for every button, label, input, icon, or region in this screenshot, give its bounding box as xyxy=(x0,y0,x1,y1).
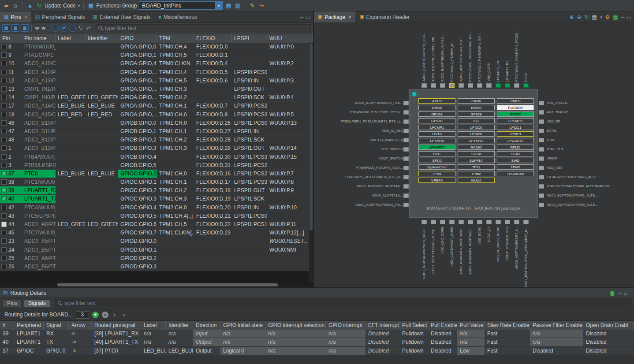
pin-stub[interactable] xyxy=(403,184,409,189)
pins-table-row[interactable]: 47ADC0_B11/P...GPIOB:GPIO,1TPM1:CH,1FLEX… xyxy=(0,127,313,136)
wave-icon-1[interactable]: W xyxy=(34,26,40,30)
pin-stub[interactable] xyxy=(539,203,544,207)
routing-column-pull-enable[interactable]: Pull Enable xyxy=(428,321,457,330)
pins-table-row[interactable]: 10ADC0_A10/C...GPIOA:GPIO,4TPM0:CLKINFLE… xyxy=(0,59,313,68)
tab-pins-close-icon[interactable]: × xyxy=(24,14,27,20)
pins-table-row[interactable]: ✓39LPUART1_RXGPIOC:GPIO,2TPM1:CH,2FLEXIO… xyxy=(0,186,313,195)
pin-stub[interactable] xyxy=(523,220,529,224)
routing-table-row[interactable]: 37GPIOCGPIO, 0->[37] PTC0LED_BLUELED_BLU… xyxy=(0,347,634,355)
peripheral-block-spc0[interactable]: SPC0 xyxy=(418,158,455,163)
tab-pins[interactable]: ▦ Pins × xyxy=(0,11,31,22)
tab-package-close-icon[interactable]: × xyxy=(348,14,351,20)
pin-checkbox[interactable] xyxy=(1,179,7,185)
column-header-wuu[interactable]: WUU xyxy=(267,33,313,43)
pin-stub[interactable] xyxy=(486,220,492,224)
route-in-icon[interactable]: → xyxy=(52,25,59,32)
peripheral-block-lptmr1[interactable]: LPTMR1 xyxy=(458,138,495,143)
pins-table-row[interactable]: 45PTC7/WUU0_...GPIOC:GPIO,7TPM1:CLKIN[..… xyxy=(0,229,313,237)
routing-minimize-icon[interactable]: ─ xyxy=(618,290,622,296)
pin-stub[interactable] xyxy=(477,83,482,88)
hscroll-thumb[interactable] xyxy=(57,283,278,286)
pin-stub[interactable] xyxy=(403,129,409,133)
pins-table-row[interactable]: 46ADC0_B10/P...GPIOB:GPIO,0TPM1:CH,0FLEX… xyxy=(0,119,313,127)
routing-maximize-icon[interactable]: □ xyxy=(624,290,627,296)
peripheral-block-dma0[interactable]: DMA0 xyxy=(418,105,455,110)
routing-column-pull-select[interactable]: Pull Select xyxy=(399,321,428,330)
combo-dropdown-icon[interactable]: ▾ xyxy=(215,2,222,9)
pin-stub[interactable] xyxy=(496,83,501,88)
pins-table-row[interactable]: 13CMP1_IN1/P...GPIOA:GPIO,...TPM0:CH,3LP… xyxy=(0,85,313,93)
pin-stub[interactable] xyxy=(403,175,409,179)
zoom-in-icon[interactable]: ⊕ xyxy=(569,14,574,20)
pin-checkbox[interactable] xyxy=(1,163,7,168)
peripheral-block-flexio0[interactable]: FLEXIO0 xyxy=(497,105,534,110)
peripheral-block-trgmux0[interactable]: TRGMUX0 xyxy=(497,171,534,176)
routing-column-eft-interrupt[interactable]: EFT interrupt xyxy=(365,321,399,330)
routing-table-row[interactable]: 39LPUART1RX<-[39] LPUART1_RXn/an/aInputn… xyxy=(0,330,634,338)
settings-gear-icon[interactable]: ⚙ xyxy=(605,14,610,20)
peripheral-block-i3c[interactable]: I3C xyxy=(458,118,495,123)
peripheral-block-lpit0[interactable]: LPIT0 xyxy=(418,131,455,137)
column-header-tpm[interactable]: TPM xyxy=(157,33,194,43)
group-list-icon[interactable]: ▥ xyxy=(234,2,241,9)
pin-stub[interactable] xyxy=(486,83,492,88)
pin-stub[interactable] xyxy=(403,156,409,161)
pin-checkbox[interactable] xyxy=(1,247,7,253)
peripheral-block-supply[interactable]: SUPPLY xyxy=(458,158,495,163)
add-route-icon[interactable]: + xyxy=(92,312,99,318)
routing-column-gpio-interrupt[interactable]: GPIO interrupt xyxy=(326,321,365,330)
peripheral-block-gpioc[interactable]: GPIOC xyxy=(497,111,534,117)
zoom-out-icon[interactable]: ⊖ xyxy=(577,14,581,20)
routing-column-identifier[interactable]: Identifier xyxy=(166,321,193,330)
tab-expansion-header[interactable]: ▣ Expansion Header xyxy=(355,11,414,22)
column-header-gpio[interactable]: GPIO xyxy=(118,33,157,43)
peripheral-block-systemcont[interactable]: SystemCont xyxy=(418,164,455,170)
pin-stub[interactable] xyxy=(403,203,409,207)
peripheral-block-lpspi1[interactable]: LPSPI1 xyxy=(497,131,534,137)
routing-column-routed-pin-signal[interactable]: Routed pin/signal xyxy=(92,321,141,330)
routing-tab-signals[interactable]: Signals xyxy=(24,299,50,307)
pin-checkbox[interactable] xyxy=(1,120,7,126)
pins-table-row[interactable]: 23ADC0_A5/PT...GPIOD:GPIO,0WUU0:RESET... xyxy=(0,237,313,245)
pin-checkbox[interactable] xyxy=(1,222,7,227)
export-dropdown-icon[interactable]: ▾ xyxy=(600,15,602,19)
tab-package[interactable]: ▣ Package × xyxy=(314,11,355,22)
lightning-icon[interactable]: ϟ xyxy=(77,25,83,31)
pin-checkbox[interactable] xyxy=(1,205,7,210)
peripheral-block-lpuart0[interactable]: LPUART0 xyxy=(497,138,534,143)
routing-table-row[interactable]: 40LPUART1TX->[40] LPUART1_TXn/an/aOutput… xyxy=(0,338,634,346)
routing-filter-input[interactable] xyxy=(64,300,629,306)
pin-checkbox[interactable] xyxy=(1,78,7,83)
pin-stub[interactable] xyxy=(523,83,529,88)
peripheral-block-scg0[interactable]: SCG0 xyxy=(458,151,495,156)
vscroll-thumb[interactable] xyxy=(310,44,313,230)
routing-grid-icon[interactable]: ▣ xyxy=(610,290,615,296)
peripheral-block-radio[interactable]: RADIO xyxy=(458,145,495,150)
peripheral-block-tpm1[interactable]: TPM1 xyxy=(418,171,455,176)
pin-checkbox[interactable] xyxy=(1,238,7,244)
peripheral-block-vref0[interactable]: VREF0 xyxy=(418,178,455,183)
pin-checkbox[interactable] xyxy=(1,95,7,100)
pin-checkbox[interactable]: ✓ xyxy=(1,171,7,176)
peripheral-block-swd[interactable]: SWD xyxy=(497,158,534,163)
functional-group-select[interactable]: BOARD_InitPins ▾ xyxy=(139,1,223,10)
peripheral-block-rtc[interactable]: RTC xyxy=(418,151,455,156)
pin-checkbox[interactable] xyxy=(1,213,7,219)
pin-stub[interactable] xyxy=(539,129,544,133)
package-maximize-icon[interactable]: □ xyxy=(627,15,630,20)
pins-table-row[interactable]: 48ADC0_B12/P...GPIOB:GPIO,2TPM1:CH,2FLEX… xyxy=(0,136,313,144)
column-header-pin[interactable]: Pin xyxy=(0,33,22,43)
pins-filter-input[interactable] xyxy=(105,25,308,31)
route-both-icon[interactable]: ⇄ xyxy=(60,25,67,32)
routing-column-arrow[interactable]: Arrow xyxy=(69,321,92,330)
routing-tab-pins[interactable]: Pins xyxy=(3,299,22,307)
routing-column-gpio-initial-state[interactable]: GPIO initial state xyxy=(220,321,265,330)
pin-checkbox[interactable]: ✓ xyxy=(1,196,7,201)
export-image-icon[interactable]: ▤ xyxy=(592,14,597,20)
peripheral-block-tpm2[interactable]: TPM2 xyxy=(458,171,495,176)
pin-checkbox[interactable] xyxy=(1,145,7,151)
pin-stub[interactable] xyxy=(539,166,544,170)
pin-stub[interactable] xyxy=(539,147,544,152)
pin-stub[interactable] xyxy=(440,220,445,224)
routing-column-slew-rate-enable[interactable]: Slew Rate Enable xyxy=(485,321,530,330)
